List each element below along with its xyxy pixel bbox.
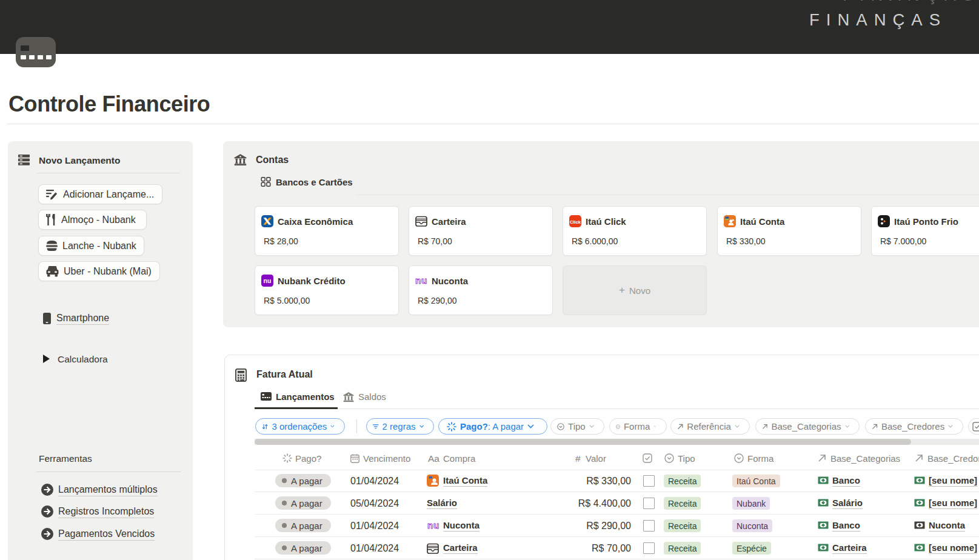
svg-text:nu: nu — [427, 520, 439, 530]
svg-text:Click: Click — [570, 219, 581, 225]
svg-text:nu: nu — [415, 275, 427, 285]
svg-text:nu: nu — [264, 277, 272, 284]
